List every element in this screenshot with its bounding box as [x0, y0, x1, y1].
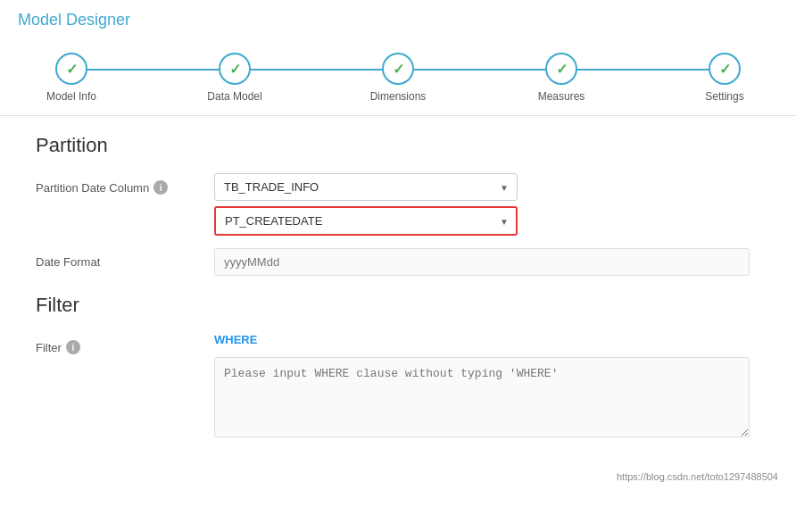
page-title: Model Designer — [18, 11, 778, 29]
date-format-row: Date Format — [36, 248, 760, 276]
partition-column-select-wrapper: PT_CREATEDATE — [214, 206, 518, 236]
check-icon: ✓ — [66, 61, 78, 78]
page-header: Model Designer — [0, 0, 796, 37]
partition-date-column-controls: TB_TRADE_INFO PT_CREATEDATE — [214, 173, 760, 236]
date-format-input[interactable] — [214, 248, 750, 276]
check-icon: ✓ — [719, 61, 731, 78]
step-circle-dimensions: ✓ — [382, 53, 414, 85]
step-label-dimensions: Dimensions — [370, 90, 427, 103]
partition-section-title: Partition — [36, 134, 760, 157]
check-icon: ✓ — [229, 61, 241, 78]
watermark: https://blog.csdn.net/toto1297488504 — [0, 466, 796, 487]
step-settings: ✓ Settings — [689, 53, 760, 103]
main-content: Partition Partition Date Column i TB_TRA… — [0, 116, 796, 462]
stepper-container: ✓ Model Info ✓ Data Model ✓ Dimensions ✓… — [0, 37, 796, 116]
step-circle-settings: ✓ — [709, 53, 741, 85]
step-dimensions: ✓ Dimensions — [362, 53, 434, 103]
partition-column-select[interactable]: PT_CREATEDATE — [214, 206, 518, 236]
check-icon: ✓ — [556, 61, 568, 78]
step-measures: ✓ Measures — [526, 53, 597, 103]
stepper: ✓ Model Info ✓ Data Model ✓ Dimensions ✓… — [36, 53, 760, 103]
partition-date-info-icon[interactable]: i — [153, 180, 168, 195]
step-model-info: ✓ Model Info — [36, 53, 107, 103]
step-label-measures: Measures — [538, 90, 585, 103]
step-circle-measures: ✓ — [545, 53, 577, 85]
partition-table-select[interactable]: TB_TRADE_INFO — [214, 173, 518, 201]
filter-label: Filter i — [36, 333, 214, 354]
filter-section: Filter Filter i WHERE — [36, 294, 760, 437]
filter-controls: WHERE — [214, 333, 760, 437]
filter-section-title: Filter — [36, 294, 760, 317]
date-format-label: Date Format — [36, 248, 214, 269]
step-data-model: ✓ Data Model — [199, 53, 270, 103]
check-icon: ✓ — [393, 61, 404, 78]
step-circle-data-model: ✓ — [219, 53, 251, 85]
filter-textarea[interactable] — [214, 357, 750, 437]
step-circle-model-info: ✓ — [55, 53, 87, 85]
partition-date-column-label: Partition Date Column i — [36, 173, 214, 195]
filter-info-icon[interactable]: i — [66, 340, 80, 354]
step-label-settings: Settings — [705, 90, 743, 103]
step-label-model-info: Model Info — [46, 90, 96, 103]
date-format-controls — [214, 248, 760, 276]
partition-table-select-wrapper: TB_TRADE_INFO — [214, 173, 518, 201]
filter-row: Filter i WHERE — [36, 333, 760, 437]
partition-date-column-row: Partition Date Column i TB_TRADE_INFO PT… — [36, 173, 760, 236]
step-label-data-model: Data Model — [207, 90, 261, 103]
where-label: WHERE — [214, 333, 760, 346]
